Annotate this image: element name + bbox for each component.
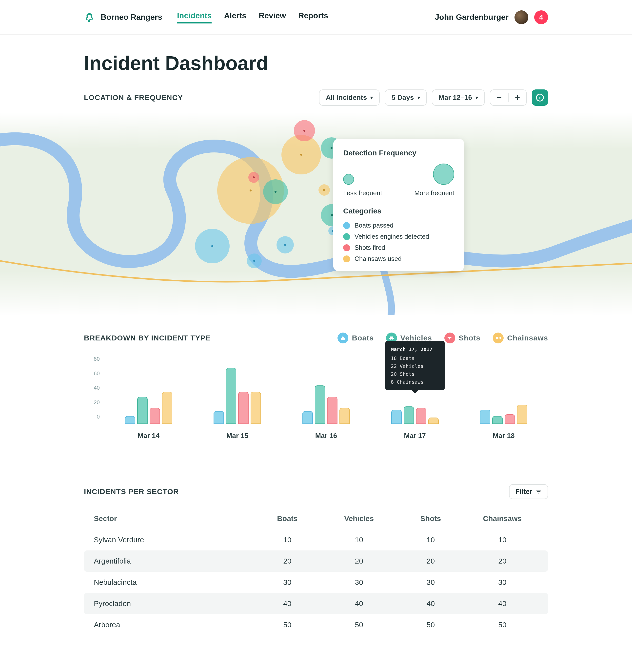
bar[interactable]: [404, 406, 414, 424]
legend-category-label: Shots fired: [355, 244, 385, 251]
avatar[interactable]: [514, 10, 528, 24]
map-bubble[interactable]: [277, 236, 294, 254]
nav-reports[interactable]: Reports: [298, 11, 328, 23]
bar[interactable]: [391, 410, 402, 424]
bar[interactable]: [416, 408, 426, 424]
zoom-out-button[interactable]: −: [490, 90, 508, 105]
bar[interactable]: [517, 405, 527, 424]
zoom-in-button[interactable]: +: [509, 90, 526, 105]
bar[interactable]: [339, 408, 350, 424]
type-boats[interactable]: Boats: [337, 333, 374, 343]
bar[interactable]: [137, 397, 148, 424]
chart-tooltip: March 17, 2017 18 Boats 22 Vehicles 20 S…: [385, 341, 445, 390]
map-bubble[interactable]: [247, 254, 262, 268]
map-bubble[interactable]: [319, 184, 330, 196]
tooltip-date: March 17, 2017: [391, 345, 439, 353]
bar[interactable]: [150, 408, 160, 424]
legend-category: Chainsaws used: [343, 255, 454, 263]
notification-badge[interactable]: 4: [534, 10, 548, 24]
chart-yaxis: 806040200: [84, 356, 104, 420]
td-boats: 40: [252, 599, 323, 608]
td-shots: 10: [395, 536, 466, 544]
filter-range-label: Mar 12–16: [439, 94, 472, 101]
nav-alerts[interactable]: Alerts: [224, 11, 246, 23]
info-button[interactable]: [532, 90, 548, 106]
td-sector: Arborea: [94, 621, 252, 629]
bar[interactable]: [213, 411, 224, 424]
filter-button[interactable]: Filter: [509, 484, 548, 499]
th-boats[interactable]: Boats: [252, 514, 323, 523]
table-row[interactable]: Pyrocladon 40 40 40 40: [84, 593, 548, 614]
bar[interactable]: [226, 368, 236, 424]
page-title: Incident Dashboard: [84, 52, 548, 75]
map-canvas[interactable]: [0, 113, 632, 315]
x-label: Mar 16: [315, 432, 337, 440]
td-boats: 50: [252, 621, 323, 629]
dot-icon: [343, 256, 350, 262]
legend-more-label: More frequent: [414, 189, 454, 197]
bar-group[interactable]: [302, 385, 350, 424]
map-bubble[interactable]: [248, 172, 259, 183]
zoom-control: − +: [490, 90, 527, 106]
filter-incidents[interactable]: All Incidents▾: [319, 90, 380, 106]
filter-days[interactable]: 5 Days▾: [385, 90, 427, 106]
bar-group[interactable]: [125, 392, 172, 424]
brand-name: Borneo Rangers: [101, 13, 162, 22]
legend-category: Boats passed: [343, 222, 454, 229]
bar[interactable]: [505, 414, 515, 424]
bar[interactable]: [238, 392, 249, 424]
bar[interactable]: [302, 411, 313, 424]
bar[interactable]: [492, 416, 503, 424]
bar[interactable]: [480, 410, 490, 424]
table-row[interactable]: Sylvan Verdure 10 10 10 10: [84, 529, 548, 550]
td-chainsaws: 40: [466, 599, 538, 608]
tooltip-line: 22 Vehicles: [391, 362, 439, 370]
th-sector[interactable]: Sector: [94, 514, 252, 523]
map-section-title: LOCATION & FREQUENCY: [84, 93, 183, 102]
bar-group[interactable]: [391, 406, 439, 424]
x-label: Mar 15: [226, 432, 248, 440]
filter-icon: [536, 489, 542, 495]
th-vehicles[interactable]: Vehicles: [323, 514, 395, 523]
td-vehicles: 50: [323, 621, 395, 629]
table-row[interactable]: Argentifolia 20 20 20 20: [84, 550, 548, 572]
nav-review[interactable]: Review: [259, 11, 286, 23]
map-legend: Detection Frequency Less frequent More f…: [333, 139, 464, 271]
boats-icon: [337, 333, 348, 343]
filter-daterange[interactable]: Mar 12–16▾: [432, 90, 485, 106]
legend-category: Vehicles engines detected: [343, 233, 454, 240]
type-label: Chainsaws: [507, 334, 548, 342]
bar[interactable]: [125, 416, 135, 424]
x-label: Mar 14: [137, 432, 159, 440]
map-bubble[interactable]: [195, 229, 230, 263]
shots-icon: [445, 333, 455, 343]
td-shots: 20: [395, 557, 466, 565]
legend-less-label: Less frequent: [343, 189, 382, 197]
th-chainsaws[interactable]: Chainsaws: [466, 514, 538, 523]
sector-section-title: INCIDENTS PER SECTOR: [84, 487, 179, 496]
td-sector: Nebulacincta: [94, 578, 252, 586]
table-row[interactable]: Nebulacincta 30 30 30 30: [84, 572, 548, 593]
th-shots[interactable]: Shots: [395, 514, 466, 523]
bar-group[interactable]: [213, 368, 261, 424]
map-bubble[interactable]: [294, 120, 315, 141]
td-shots: 50: [395, 621, 466, 629]
type-chainsaws[interactable]: Chainsaws: [493, 333, 548, 343]
type-label: Shots: [459, 334, 480, 342]
bar[interactable]: [162, 392, 172, 424]
logo: [84, 13, 94, 22]
td-chainsaws: 10: [466, 536, 538, 544]
map-bubble[interactable]: [263, 179, 288, 204]
table-row[interactable]: Arborea 50 50 50 50: [84, 614, 548, 635]
bar-group[interactable]: [480, 405, 527, 424]
bar[interactable]: [327, 397, 337, 424]
type-label: Boats: [352, 334, 374, 342]
bar[interactable]: [251, 392, 261, 424]
nav-incidents[interactable]: Incidents: [177, 11, 211, 23]
chevron-down-icon: ▾: [418, 95, 420, 100]
type-shots[interactable]: Shots: [445, 333, 480, 343]
filter-incidents-label: All Incidents: [326, 94, 367, 101]
bar[interactable]: [428, 417, 439, 424]
bar[interactable]: [315, 385, 325, 424]
x-label: Mar 17: [404, 432, 426, 440]
